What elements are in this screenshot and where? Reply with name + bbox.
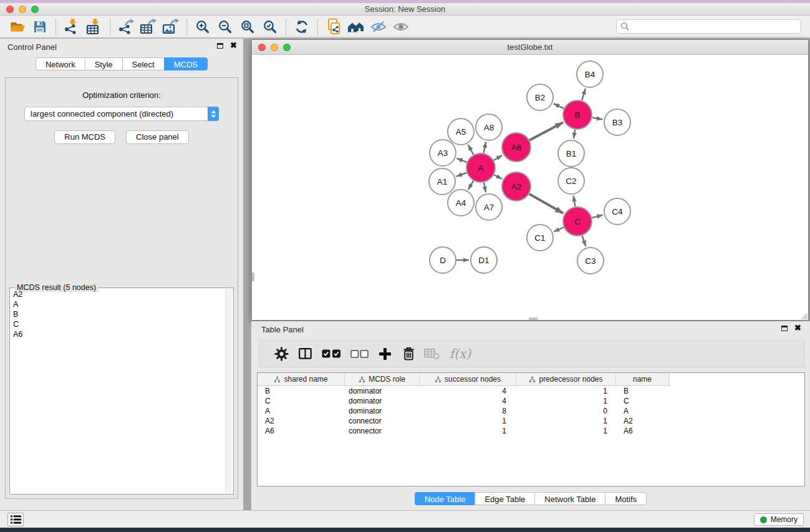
- network-zoom-button[interactable]: [283, 44, 291, 51]
- result-item-a[interactable]: A: [11, 299, 224, 309]
- table-row[interactable]: Cdominator41C: [258, 396, 804, 406]
- network-minimize-button[interactable]: [271, 44, 278, 51]
- node-label-A2: A2: [511, 182, 522, 191]
- optimization-criterion-select[interactable]: largest connected component (directed): [24, 107, 219, 121]
- column-header-successor-nodes[interactable]: successor nodes: [420, 373, 516, 385]
- tab-edge-table[interactable]: Edge Table: [475, 492, 534, 505]
- export-network-button[interactable]: [115, 17, 137, 37]
- tab-motifs[interactable]: Motifs: [605, 492, 647, 505]
- table-cell: connector: [345, 416, 420, 426]
- column-header-predecessor-nodes[interactable]: predecessor nodes: [516, 373, 616, 385]
- edge-A6-B[interactable]: [529, 122, 563, 140]
- zoom-in-button[interactable]: [191, 17, 214, 37]
- main-area: Control Panel ✖ NetworkStyleSelectMCDS O…: [0, 39, 810, 510]
- import-network-button[interactable]: [60, 17, 83, 37]
- network-close-button[interactable]: [258, 44, 266, 51]
- result-item-a2[interactable]: A2: [11, 289, 224, 299]
- edge-A-A1[interactable]: [456, 173, 467, 177]
- show-columns-button[interactable]: [293, 342, 317, 365]
- table-cell: A6: [258, 426, 345, 436]
- zoom-out-button[interactable]: [214, 17, 236, 37]
- table-row[interactable]: A6connector11A6: [258, 426, 804, 436]
- toolbar-separator: [110, 19, 110, 35]
- delete-columns-button[interactable]: [397, 342, 420, 365]
- search-input[interactable]: [630, 22, 797, 31]
- table-cell: A: [258, 406, 345, 416]
- clone-network-button[interactable]: [322, 17, 345, 37]
- tab-style[interactable]: Style: [85, 57, 122, 70]
- edge-B-B2[interactable]: [554, 104, 564, 109]
- show-panel-button[interactable]: [390, 17, 412, 37]
- result-item-c[interactable]: C: [11, 319, 224, 329]
- unselect-all-columns-button[interactable]: [345, 342, 373, 365]
- edge-B-B4[interactable]: [582, 89, 586, 100]
- select-all-columns-button[interactable]: [317, 342, 345, 365]
- network-canvas[interactable]: B4B2BB3A5A8A6B1A3AA1C2A2A4A7C4CC1DD1C3: [252, 55, 808, 320]
- node-label-B: B: [574, 110, 580, 120]
- delete-table-button[interactable]: [420, 342, 444, 365]
- result-item-b[interactable]: B: [11, 309, 224, 319]
- show-panels-list-button[interactable]: [7, 513, 24, 526]
- table-row[interactable]: Adominator80A: [258, 406, 804, 416]
- export-image-button[interactable]: [160, 17, 182, 37]
- network-horizontal-scrollbar[interactable]: [529, 317, 538, 320]
- edge-A-A5[interactable]: [468, 145, 474, 155]
- table-row[interactable]: Bdominator41B: [258, 386, 804, 396]
- close-window-button[interactable]: [6, 6, 14, 13]
- result-scrollbar[interactable]: [225, 289, 233, 493]
- hide-panel-button[interactable]: [367, 17, 390, 37]
- result-item-a6[interactable]: A6: [11, 329, 224, 339]
- edge-A-A6[interactable]: [494, 155, 503, 160]
- save-session-button[interactable]: [29, 17, 51, 37]
- float-table-panel-icon[interactable]: [781, 326, 788, 331]
- column-header-name[interactable]: name: [616, 373, 669, 385]
- minimize-window-button[interactable]: [19, 6, 26, 13]
- clone-network-icon: [326, 18, 342, 35]
- tab-network-table[interactable]: Network Table: [534, 492, 605, 505]
- export-table-button[interactable]: [137, 17, 160, 37]
- zoom-fit-button[interactable]: [236, 17, 259, 37]
- refresh-button[interactable]: [291, 17, 313, 37]
- network-window-titlebar: testGlobe.txt: [252, 40, 808, 55]
- tab-node-table[interactable]: Node Table: [415, 492, 475, 505]
- edge-A-A8[interactable]: [484, 142, 486, 153]
- column-header-mcds-role[interactable]: MCDS role: [345, 373, 420, 385]
- column-header-shared-name[interactable]: shared name: [258, 373, 345, 385]
- edge-B-B3[interactable]: [592, 117, 603, 119]
- table-settings-button[interactable]: [269, 342, 293, 365]
- float-panel-icon[interactable]: [217, 43, 223, 49]
- attribute-type-icon: [359, 376, 365, 383]
- zoom-selected-button[interactable]: [259, 17, 281, 37]
- edge-A-A3[interactable]: [456, 158, 466, 162]
- network-vertical-scrollbar[interactable]: [252, 273, 254, 281]
- edge-C-C2[interactable]: [574, 196, 576, 207]
- zoom-window-button[interactable]: [31, 6, 39, 13]
- network-window-title: testGlobe.txt: [252, 40, 808, 55]
- table-row[interactable]: A2connector11A2: [258, 416, 804, 426]
- edge-C-C1[interactable]: [554, 228, 564, 232]
- table-cell: 1: [516, 386, 616, 396]
- function-builder-button[interactable]: f(x): [444, 342, 476, 365]
- import-table-button[interactable]: [83, 17, 105, 37]
- close-panel-button[interactable]: Close panel: [126, 130, 189, 144]
- open-session-button[interactable]: [6, 17, 29, 37]
- edge-A2-C[interactable]: [529, 194, 564, 213]
- memory-button[interactable]: Memory: [754, 513, 804, 526]
- edge-C-C4[interactable]: [592, 215, 602, 218]
- edge-A-A4[interactable]: [468, 181, 473, 190]
- edge-A-A7[interactable]: [484, 183, 486, 193]
- home-icon: [347, 21, 365, 33]
- tab-select[interactable]: Select: [122, 57, 164, 70]
- resize-grip-icon[interactable]: [800, 312, 808, 319]
- create-column-button[interactable]: [373, 342, 397, 365]
- edge-C-C3[interactable]: [582, 236, 586, 246]
- import-network-icon: [64, 19, 80, 35]
- edge-B-B1[interactable]: [574, 130, 575, 139]
- tab-mcds[interactable]: MCDS: [164, 57, 208, 70]
- home-button[interactable]: [345, 17, 367, 37]
- tab-network[interactable]: Network: [36, 57, 85, 70]
- run-mcds-button[interactable]: Run MCDS: [54, 130, 115, 144]
- edge-A-A2[interactable]: [494, 175, 502, 179]
- close-table-panel-icon[interactable]: ✖: [794, 325, 801, 331]
- close-panel-icon[interactable]: ✖: [230, 42, 237, 49]
